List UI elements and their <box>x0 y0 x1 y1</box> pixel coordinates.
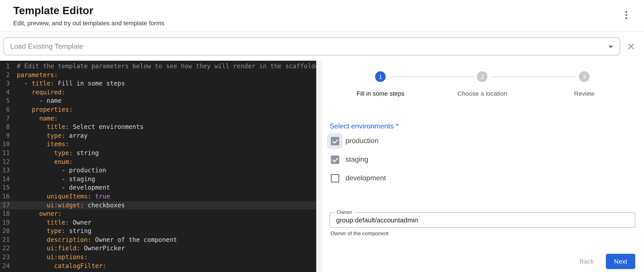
line-number: 7 <box>0 114 10 123</box>
code-line-text: title: Select environments <box>10 123 144 131</box>
checkbox-label: production <box>346 137 378 145</box>
line-number: 20 <box>0 227 10 236</box>
code-line[interactable]: 9 type: array <box>0 131 316 140</box>
code-line[interactable]: 1# Edit the template parameters below to… <box>0 62 316 71</box>
line-number: 3 <box>0 79 10 88</box>
line-number: 16 <box>0 192 10 201</box>
line-number: 4 <box>0 88 10 97</box>
code-line[interactable]: 6 properties: <box>0 105 316 114</box>
line-number: 18 <box>0 210 10 218</box>
code-line[interactable]: 17 ui:widget: checkboxes <box>0 201 316 210</box>
step-connector <box>491 77 576 77</box>
line-number: 12 <box>0 158 10 166</box>
line-number: 13 <box>0 166 10 175</box>
close-icon <box>627 42 636 51</box>
code-line[interactable]: 3 - title: Fill in some steps <box>0 79 316 88</box>
step-label: Review <box>574 89 594 98</box>
code-line[interactable]: 2parameters: <box>0 71 316 79</box>
owner-helper-text: Owner of the component <box>330 230 635 237</box>
more-options-button[interactable] <box>621 9 632 21</box>
code-line-text: ui:widget: checkboxes <box>10 201 125 210</box>
line-number: 14 <box>0 175 10 183</box>
code-line[interactable]: 8 title: Select environments <box>0 123 316 131</box>
owner-field: Owner <box>330 212 635 228</box>
code-line[interactable]: 11 type: string <box>0 149 316 158</box>
code-line[interactable]: 7 name: <box>0 114 316 123</box>
line-number: 21 <box>0 236 10 244</box>
back-button[interactable]: Back <box>575 254 598 268</box>
line-number: 6 <box>0 105 10 114</box>
checkbox-checked-icon <box>330 155 339 164</box>
code-line[interactable]: 18 owner: <box>0 210 316 218</box>
code-line[interactable]: 5 - name <box>0 97 316 105</box>
line-number: 5 <box>0 97 10 105</box>
step-number-badge: 2 <box>477 71 488 82</box>
code-line[interactable]: 15 - development <box>0 184 316 192</box>
code-line[interactable]: 24 catalogFilter: <box>0 261 316 270</box>
code-line-text: catalogFilter: <box>10 261 106 270</box>
step-number-badge: 3 <box>579 71 590 82</box>
page-title: Template Editor <box>13 5 634 17</box>
code-editor[interactable]: 1# Edit the template parameters below to… <box>0 61 316 272</box>
group-label-text: Select environments <box>330 122 394 130</box>
template-preview-panel: 1 Fill in some steps 2 Choose a location… <box>322 61 644 272</box>
required-asterisk: * <box>396 122 398 130</box>
step-connector <box>389 77 474 77</box>
code-line-text: properties: <box>10 105 73 114</box>
code-line-text: name: <box>10 114 58 123</box>
chevron-down-icon <box>608 46 613 48</box>
code-line-text: - staging <box>10 175 95 183</box>
code-line[interactable]: 22 ui:field: OwnerPicker <box>0 244 316 253</box>
code-line[interactable]: 4 required: <box>0 88 316 97</box>
code-line-text: type: array <box>10 131 88 140</box>
line-number: 8 <box>0 123 10 131</box>
code-line[interactable]: 10 items: <box>0 140 316 149</box>
line-number: 2 <box>0 71 10 79</box>
page-header: Template Editor Edit, preview, and try o… <box>0 0 644 32</box>
code-line[interactable]: 12 enum: <box>0 158 316 166</box>
kebab-icon <box>626 14 627 16</box>
code-line-text: - name <box>10 97 62 105</box>
line-number: 9 <box>0 131 10 140</box>
code-line-text: - title: Fill in some steps <box>10 79 125 88</box>
checkbox-label: staging <box>346 156 368 164</box>
code-line-text: items: <box>10 140 69 149</box>
code-line-text: required: <box>10 88 65 97</box>
line-number: 15 <box>0 184 10 192</box>
step-label: Fill in some steps <box>356 89 404 98</box>
line-number: 1 <box>0 62 10 71</box>
code-line[interactable]: 13 - production <box>0 166 316 175</box>
step-label: Choose a location <box>458 89 507 98</box>
checkbox-checked-icon <box>330 137 339 145</box>
code-line-text: enum: <box>10 158 73 166</box>
code-line[interactable]: 20 type: string <box>0 227 316 236</box>
line-number: 17 <box>0 201 10 210</box>
checkbox-label: development <box>346 174 386 182</box>
load-template-select[interactable]: Load Existing Template <box>4 37 620 55</box>
checkbox-production[interactable]: production <box>330 131 635 150</box>
owner-input[interactable] <box>336 216 628 224</box>
code-line[interactable]: 16 uniqueItems: true <box>0 192 316 201</box>
close-button[interactable] <box>624 39 639 54</box>
line-number: 22 <box>0 244 10 253</box>
checkbox-unchecked-icon <box>330 174 339 182</box>
code-line-text: parameters: <box>10 71 58 79</box>
code-line[interactable]: 19 title: Owner <box>0 218 316 227</box>
code-line[interactable]: 14 - staging <box>0 175 316 183</box>
checkbox-staging[interactable]: staging <box>330 150 635 169</box>
editor-scrollbar[interactable] <box>316 61 322 272</box>
code-line-text: type: string <box>10 149 99 158</box>
step-review: 3 Review <box>533 71 635 98</box>
code-line-text: - development <box>10 184 110 192</box>
line-number: 19 <box>0 218 10 227</box>
next-button[interactable]: Next <box>606 254 635 269</box>
code-line-text: title: Owner <box>10 218 91 227</box>
code-line[interactable]: 21 description: Owner of the component <box>0 236 316 244</box>
step-number-badge: 1 <box>375 71 386 82</box>
owner-field-label: Owner <box>334 209 354 215</box>
load-template-placeholder: Load Existing Template <box>10 42 83 50</box>
checkbox-development[interactable]: development <box>330 169 635 187</box>
code-line-text: ui:field: OwnerPicker <box>10 244 125 253</box>
line-number: 10 <box>0 140 10 149</box>
code-line[interactable]: 23 ui:options: <box>0 253 316 261</box>
